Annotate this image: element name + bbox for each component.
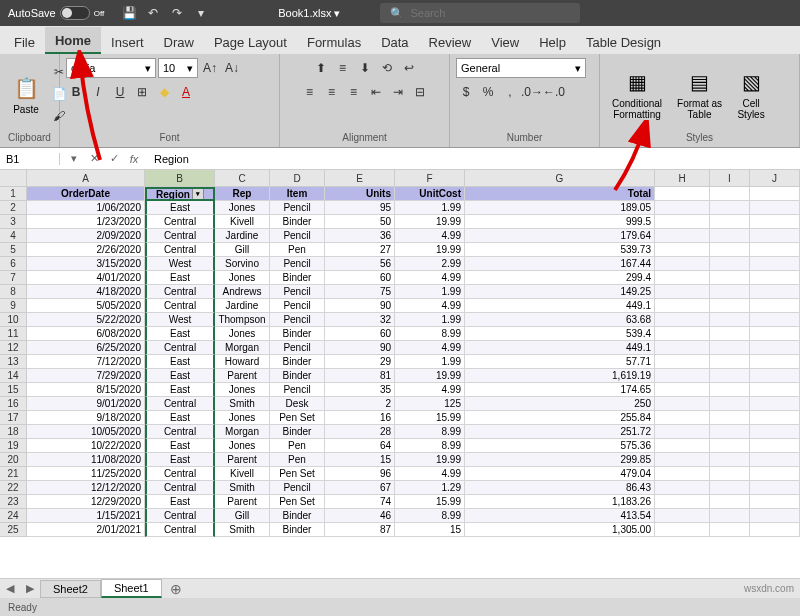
header-cell[interactable]: Rep bbox=[215, 187, 270, 201]
data-cell[interactable] bbox=[710, 341, 750, 355]
align-bottom-icon[interactable]: ⬇ bbox=[355, 58, 375, 78]
data-cell[interactable] bbox=[750, 369, 800, 383]
header-cell[interactable]: OrderDate bbox=[27, 187, 145, 201]
cancel-icon[interactable]: ✕ bbox=[86, 151, 102, 167]
data-cell[interactable]: 10/22/2020 bbox=[27, 439, 145, 453]
wrap-text-icon[interactable]: ↩ bbox=[399, 58, 419, 78]
data-cell[interactable]: Jones bbox=[215, 327, 270, 341]
data-cell[interactable] bbox=[655, 523, 710, 537]
data-cell[interactable]: 174.65 bbox=[465, 383, 655, 397]
row-header[interactable]: 10 bbox=[0, 313, 27, 327]
align-middle-icon[interactable]: ≡ bbox=[333, 58, 353, 78]
increase-decimal-icon[interactable]: .0→ bbox=[522, 82, 542, 102]
data-cell[interactable]: 90 bbox=[325, 341, 395, 355]
bold-button[interactable]: B bbox=[66, 82, 86, 102]
filter-dropdown-icon[interactable]: ▾ bbox=[192, 188, 204, 200]
row-header[interactable]: 4 bbox=[0, 229, 27, 243]
data-cell[interactable]: 413.54 bbox=[465, 509, 655, 523]
redo-icon[interactable]: ↷ bbox=[168, 4, 186, 22]
data-cell[interactable]: East bbox=[145, 271, 215, 285]
data-cell[interactable]: Central bbox=[145, 523, 215, 537]
data-cell[interactable]: 1,305.00 bbox=[465, 523, 655, 537]
data-cell[interactable]: Desk bbox=[270, 397, 325, 411]
data-cell[interactable]: 15 bbox=[395, 523, 465, 537]
data-cell[interactable] bbox=[655, 243, 710, 257]
data-cell[interactable] bbox=[655, 369, 710, 383]
border-button[interactable]: ⊞ bbox=[132, 82, 152, 102]
merge-icon[interactable]: ⊟ bbox=[410, 82, 430, 102]
data-cell[interactable] bbox=[655, 285, 710, 299]
data-cell[interactable] bbox=[710, 355, 750, 369]
tab-file[interactable]: File bbox=[4, 29, 45, 54]
row-header[interactable]: 16 bbox=[0, 397, 27, 411]
data-cell[interactable] bbox=[655, 341, 710, 355]
row-header[interactable]: 9 bbox=[0, 299, 27, 313]
data-cell[interactable] bbox=[750, 481, 800, 495]
data-cell[interactable]: 60 bbox=[325, 271, 395, 285]
name-box-dropdown-icon[interactable]: ▾ bbox=[66, 151, 82, 167]
data-cell[interactable]: 35 bbox=[325, 383, 395, 397]
data-cell[interactable]: Pen bbox=[270, 453, 325, 467]
data-cell[interactable]: Central bbox=[145, 229, 215, 243]
data-cell[interactable] bbox=[750, 215, 800, 229]
data-cell[interactable] bbox=[655, 383, 710, 397]
sheet-tab-sheet1[interactable]: Sheet1 bbox=[101, 579, 162, 598]
data-cell[interactable]: Jones bbox=[215, 411, 270, 425]
data-cell[interactable]: 189.05 bbox=[465, 201, 655, 215]
data-cell[interactable]: 7/29/2020 bbox=[27, 369, 145, 383]
increase-font-icon[interactable]: A↑ bbox=[200, 58, 220, 78]
row-header[interactable]: 15 bbox=[0, 383, 27, 397]
data-cell[interactable]: Kivell bbox=[215, 215, 270, 229]
data-cell[interactable] bbox=[655, 439, 710, 453]
data-cell[interactable]: 27 bbox=[325, 243, 395, 257]
data-cell[interactable]: 1.99 bbox=[395, 285, 465, 299]
data-cell[interactable]: 29 bbox=[325, 355, 395, 369]
data-cell[interactable]: Smith bbox=[215, 523, 270, 537]
data-cell[interactable] bbox=[710, 327, 750, 341]
data-cell[interactable] bbox=[710, 369, 750, 383]
row-header[interactable]: 14 bbox=[0, 369, 27, 383]
data-cell[interactable]: 4/01/2020 bbox=[27, 271, 145, 285]
header-cell[interactable] bbox=[750, 187, 800, 201]
data-cell[interactable] bbox=[655, 229, 710, 243]
data-cell[interactable]: 2/09/2020 bbox=[27, 229, 145, 243]
data-cell[interactable]: 28 bbox=[325, 425, 395, 439]
row-header[interactable]: 8 bbox=[0, 285, 27, 299]
col-header-i[interactable]: I bbox=[710, 170, 750, 187]
data-cell[interactable]: 67 bbox=[325, 481, 395, 495]
tab-draw[interactable]: Draw bbox=[154, 29, 204, 54]
data-cell[interactable]: West bbox=[145, 257, 215, 271]
data-cell[interactable]: 32 bbox=[325, 313, 395, 327]
data-cell[interactable]: 63.68 bbox=[465, 313, 655, 327]
data-cell[interactable]: 1.99 bbox=[395, 201, 465, 215]
data-cell[interactable] bbox=[750, 285, 800, 299]
qat-dropdown-icon[interactable]: ▾ bbox=[192, 4, 210, 22]
row-header[interactable]: 25 bbox=[0, 523, 27, 537]
autosave-toggle[interactable]: AutoSave Off bbox=[0, 6, 112, 20]
data-cell[interactable]: Pencil bbox=[270, 341, 325, 355]
data-cell[interactable]: Smith bbox=[215, 397, 270, 411]
data-cell[interactable] bbox=[655, 257, 710, 271]
data-cell[interactable]: Central bbox=[145, 509, 215, 523]
font-color-button[interactable]: A bbox=[176, 82, 196, 102]
data-cell[interactable]: 4/18/2020 bbox=[27, 285, 145, 299]
col-header-h[interactable]: H bbox=[655, 170, 710, 187]
tab-page-layout[interactable]: Page Layout bbox=[204, 29, 297, 54]
data-cell[interactable]: 1/06/2020 bbox=[27, 201, 145, 215]
data-cell[interactable]: Pencil bbox=[270, 481, 325, 495]
fill-color-button[interactable]: ◆ bbox=[154, 82, 174, 102]
data-cell[interactable]: 999.5 bbox=[465, 215, 655, 229]
toggle-icon[interactable] bbox=[60, 6, 90, 20]
data-cell[interactable]: 449.1 bbox=[465, 341, 655, 355]
tab-view[interactable]: View bbox=[481, 29, 529, 54]
data-cell[interactable]: Binder bbox=[270, 509, 325, 523]
data-cell[interactable]: 19.99 bbox=[395, 369, 465, 383]
data-cell[interactable]: Gill bbox=[215, 509, 270, 523]
sheet-tab-sheet2[interactable]: Sheet2 bbox=[40, 580, 101, 598]
data-cell[interactable] bbox=[710, 243, 750, 257]
conditional-formatting-button[interactable]: ▦ Conditional Formatting bbox=[606, 59, 668, 129]
data-cell[interactable] bbox=[710, 383, 750, 397]
row-header[interactable]: 18 bbox=[0, 425, 27, 439]
data-cell[interactable] bbox=[750, 509, 800, 523]
data-cell[interactable] bbox=[750, 271, 800, 285]
